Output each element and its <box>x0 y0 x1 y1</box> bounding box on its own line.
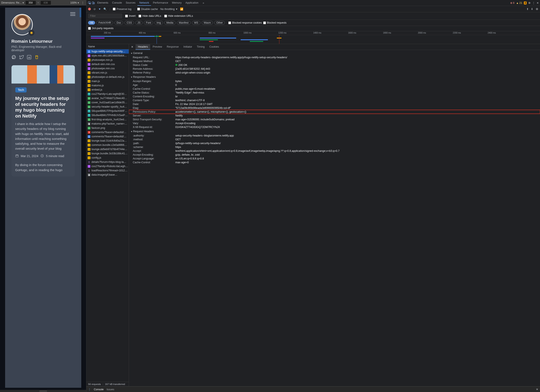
detail-close-icon[interactable]: ✕ <box>129 45 135 49</box>
request-row[interactable]: ▭first-blog-analysis_hu415ed… <box>86 117 129 122</box>
filter-pill-media[interactable]: Media <box>164 21 175 25</box>
request-row[interactable]: ▯photoswipe.min.js <box>86 58 129 62</box>
blocked-cookies-checkbox[interactable]: Blocked response cookies <box>228 21 262 24</box>
detail-tab-timing[interactable]: Timing <box>195 44 207 50</box>
import-har-icon[interactable]: ⬆ <box>526 7 529 11</box>
network-timeline[interactable]: 200 ms400 ms600 ms800 ms1000 ms1200 ms14… <box>86 31 540 44</box>
request-row[interactable]: TS6u9w4BMUTPHh6UVSwiP… <box>86 113 129 117</box>
drawer-close-icon[interactable]: ✕ <box>536 388 538 391</box>
request-row[interactable]: ▯lounge.load.31dcfc8d0a22a… <box>86 139 129 143</box>
section-header[interactable]: General <box>129 51 540 55</box>
tab-memory[interactable]: Memory <box>170 0 183 6</box>
drawer-kebab-icon[interactable]: ⋮ <box>88 388 91 391</box>
devtools-kebab-icon[interactable]: ⋮ <box>532 1 535 5</box>
drawer-console-tab[interactable]: Console <box>94 388 104 391</box>
request-row[interactable]: ▯config.js <box>86 156 129 160</box>
post-title[interactable]: My journey on the setup of security head… <box>15 95 71 119</box>
filter-pill-doc[interactable]: Doc <box>115 21 123 25</box>
linkedin-icon[interactable] <box>27 55 31 60</box>
request-row[interactable]: ▭favicon.png <box>86 126 129 130</box>
request-row[interactable]: TS6uyw4BMUTPHjx4wXiWtF… <box>86 109 129 113</box>
tab-sources[interactable]: Sources <box>124 0 137 6</box>
section-header[interactable]: Request Headers <box>129 129 540 134</box>
network-conditions-icon[interactable]: 📶 <box>180 7 183 11</box>
filter-pill-fetchxhr[interactable]: Fetch/XHR <box>96 21 113 25</box>
request-row[interactable]: ▯default-skin.min.css <box>86 62 129 66</box>
third-party-checkbox[interactable]: 3rd-party requests <box>88 27 538 30</box>
request-row[interactable]: ▯css2?family=Roboto:ital,wgh… <box>86 164 129 168</box>
width-input[interactable] <box>25 1 36 5</box>
detail-tab-cookies[interactable]: Cookies <box>207 44 221 50</box>
hide-data-urls-checkbox[interactable]: Hide data URLs <box>139 15 161 17</box>
error-count-badge[interactable]: ⊗ 8 <box>510 1 515 5</box>
filter-pill-ws[interactable]: WS <box>192 21 200 25</box>
request-row[interactable]: ▯lounge.dd5eb97d76b4f744e… <box>86 147 129 151</box>
filter-pill-img[interactable]: Img <box>155 21 163 25</box>
twitter-icon[interactable] <box>19 55 24 60</box>
request-row[interactable]: ✕comments/?base=default&f… <box>86 130 129 134</box>
network-settings-gear-icon[interactable]: ⚙ <box>536 7 538 11</box>
filter-pill-wasm[interactable]: Wasm <box>202 21 213 25</box>
more-tabs-icon[interactable]: » <box>201 0 206 5</box>
rendered-page[interactable]: ☀️ Romain Letourneur PhD, Engineering Ma… <box>5 8 81 388</box>
inspect-icon[interactable] <box>88 1 91 5</box>
filter-input[interactable] <box>88 14 122 18</box>
invert-checkbox[interactable]: Invert <box>125 15 135 17</box>
blocked-requests-checkbox[interactable]: Blocked requests <box>263 21 287 24</box>
post-card[interactable]: Tech My journey on the setup of security… <box>11 65 75 176</box>
request-row[interactable]: Tcss2?family=Lato:wght@30… <box>86 92 129 96</box>
info-count-badge[interactable]: 4 <box>524 1 527 5</box>
detail-tab-response[interactable]: Response <box>165 44 181 50</box>
dimensions-dropdown[interactable]: Dimensions: Re… ▾ <box>1 1 24 4</box>
request-row[interactable]: {}loadReactions?thread=1012… <box>86 168 129 173</box>
zoom-dropdown[interactable]: 100% ▾ <box>70 1 79 4</box>
request-row[interactable]: ▯vibrant.min.js <box>86 71 129 75</box>
filter-pill-css[interactable]: CSS <box>125 21 134 25</box>
request-row[interactable]: ▯comments/?base=default&f… <box>86 134 129 139</box>
clear-icon[interactable]: ⊘ <box>93 7 96 11</box>
request-row[interactable]: ▯photoswipe.min.css <box>86 66 129 71</box>
request-row[interactable]: ▯common.bundle.c2e0a9866… <box>86 143 129 147</box>
coffee-icon[interactable] <box>35 55 39 60</box>
request-list-header[interactable]: Name <box>86 44 129 49</box>
request-row[interactable]: ▯hugo-netlify-setup-security… <box>86 49 129 54</box>
filter-pill-manifest[interactable]: Manifest <box>177 21 191 25</box>
hamburger-menu-icon[interactable] <box>70 12 75 16</box>
request-row[interactable]: ▮matomo.php?action_name=… <box>86 122 129 126</box>
devtools-close-icon[interactable]: ✕ <box>537 1 539 5</box>
disable-cache-checkbox[interactable]: Disable cache <box>137 8 158 11</box>
request-row[interactable]: ▯style.min.d8118f156935b64… <box>86 54 129 58</box>
tab-performance[interactable]: Performance <box>151 0 170 6</box>
warning-count-badge[interactable]: ▲ 21 <box>516 1 522 5</box>
theme-toggle-icon[interactable]: ☀️ <box>29 30 35 36</box>
request-row[interactable]: ▮data:image/gif;base… <box>86 173 129 177</box>
drag-handle[interactable] <box>0 390 86 392</box>
height-input[interactable] <box>41 1 51 5</box>
hide-extension-urls-checkbox[interactable]: Hide extension URLs <box>164 15 193 17</box>
filter-pill-other[interactable]: Other <box>214 21 225 25</box>
post-tag[interactable]: Tech <box>15 87 27 93</box>
search-icon[interactable]: 🔍 <box>103 7 107 11</box>
tab-application[interactable]: Application <box>183 0 200 6</box>
request-row[interactable]: ▭cover_hu02aa61ae1d9de35… <box>86 100 129 105</box>
device-kebab-icon[interactable]: ⋮ <box>81 1 85 4</box>
filter-pill-font[interactable]: Font <box>144 21 153 25</box>
tab-console[interactable]: Console <box>110 0 124 6</box>
settings-gear-icon[interactable]: ⚙ <box>528 1 531 5</box>
request-row[interactable]: ▯lounge.bundle.3c03b168c41… <box>86 151 129 156</box>
device-mode-icon[interactable] <box>91 1 95 5</box>
filter-toggle-icon[interactable]: ▼ <box>98 8 101 11</box>
export-har-icon[interactable]: ⬇ <box>531 7 533 11</box>
tab-network[interactable]: Network <box>137 0 151 6</box>
request-row[interactable]: ▯main.js <box>86 79 129 83</box>
request-row[interactable]: ▯photoswipe-ui-default.min.js <box>86 75 129 79</box>
request-row[interactable]: ▯matomo.js <box>86 83 129 88</box>
request-row[interactable]: {}details?forum=https-blog-la… <box>86 160 129 164</box>
detail-tab-headers[interactable]: Headers <box>135 44 150 50</box>
record-button[interactable] <box>88 8 91 10</box>
request-row[interactable]: ▭avatar_hu7749dd712feec40… <box>86 96 129 100</box>
github-icon[interactable] <box>11 55 16 60</box>
preserve-log-checkbox[interactable]: Preserve log <box>113 8 131 11</box>
filter-pill-all[interactable]: All <box>88 21 95 25</box>
filter-pill-js[interactable]: JS <box>135 21 143 25</box>
